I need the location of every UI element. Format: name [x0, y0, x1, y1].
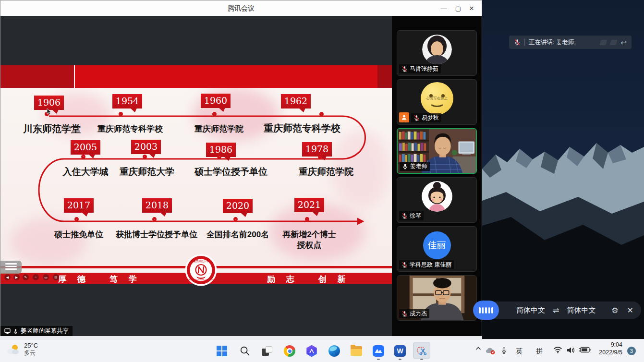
motto-left: 厚 德 笃 学 [58, 274, 141, 285]
svg-text:重庆师范大学: 重庆师范大学 [193, 260, 209, 263]
avatar-smiley: 心情写在脸上 [421, 82, 453, 115]
desktop-wallpaper [482, 0, 644, 339]
mic-muted-icon [413, 115, 420, 121]
timeline-label: 入住大学城 [63, 166, 109, 178]
title-bar[interactable]: 腾讯会议 — ▢ ✕ [0, 0, 482, 16]
rect-tool-button[interactable]: ▭ [43, 274, 49, 280]
prev-slide-button[interactable]: ◀ [4, 274, 11, 280]
tencent-meeting-icon[interactable] [372, 345, 385, 357]
participant-tile[interactable]: 成力杰 [397, 275, 477, 321]
chrome-icon[interactable] [283, 345, 296, 357]
pen-tool-button[interactable]: ✎ [23, 274, 29, 280]
running-indicator [399, 359, 401, 360]
maximize-button[interactable]: ▢ [452, 4, 464, 13]
battery-charging-icon[interactable] [579, 347, 591, 353]
mic-icon [13, 328, 18, 334]
year-flag: 2018 [142, 198, 172, 213]
voice-activity-button[interactable] [473, 301, 499, 320]
translator-bar[interactable]: 简体中文 ⇌ 简体中文 ⚙ ✕ [482, 302, 641, 319]
person-icon [401, 114, 407, 121]
clock-widget[interactable]: 9:04 2022/9/5 [594, 341, 622, 356]
close-button[interactable]: ✕ [465, 4, 478, 13]
motto-right: 励 志 创 新 [267, 274, 350, 285]
name-badge: 马哲张静茹 [399, 64, 441, 73]
participant-tile[interactable]: 佳丽 学科思政 康佳丽 [397, 226, 477, 272]
search-button[interactable] [239, 345, 251, 357]
presenter-menu-button[interactable] [0, 261, 22, 274]
next-slide-button[interactable]: ▶ [13, 274, 20, 280]
start-button[interactable] [216, 345, 228, 357]
timeline-label: 重庆师范学院 [299, 166, 353, 178]
year-flag: 2020 [223, 199, 253, 213]
weather-condition: 多云 [24, 350, 38, 357]
taskbar: 25°C 多云 W [0, 339, 644, 362]
participant-tile-active[interactable]: 姜老师 [397, 128, 477, 174]
source-language[interactable]: 简体中文 [516, 306, 545, 315]
participant-name: 姜老师 [410, 162, 427, 170]
swap-language-icon[interactable]: ⇌ [553, 306, 559, 315]
avatar-caption: 心情写在脸上 [421, 96, 453, 101]
screen: 正在讲话: 姜老师; ↩ 腾讯会议 — ▢ ✕ [0, 0, 644, 362]
task-view-button[interactable] [261, 345, 273, 357]
minimize-button[interactable]: — [437, 4, 450, 13]
peak-glyph [307, 347, 316, 355]
cloud-sync-error-icon[interactable] [485, 347, 496, 355]
shared-screen: 1906 1954 1960 1962 川东师范学堂 重庆师范专科学校 重庆师范… [0, 16, 392, 336]
tray-time: 9:04 [594, 341, 622, 349]
timeline-dot [233, 217, 238, 221]
ime-pinyin-indicator[interactable]: 拼 [536, 347, 543, 356]
mic-muted-icon [514, 39, 521, 46]
year-flag: 2017 [64, 198, 94, 213]
timeline-label: 硕士推免单位 [54, 229, 103, 240]
notes-tool-button[interactable]: ⊟ [53, 274, 59, 280]
window-title: 腾讯会议 [0, 4, 482, 13]
target-language[interactable]: 简体中文 [567, 306, 595, 315]
gear-icon[interactable]: ⚙ [611, 306, 618, 315]
slide-header-bar [0, 65, 392, 88]
file-explorer-icon[interactable] [350, 345, 363, 357]
year-flag: 2005 [71, 140, 100, 155]
slide-header-divider [74, 65, 75, 88]
share-tool-icon[interactable] [610, 40, 618, 45]
timeline-dot [119, 112, 123, 116]
mic-muted-icon [401, 262, 408, 268]
laser-tool-button[interactable]: ⁘ [33, 274, 39, 280]
monitor-icon [4, 328, 11, 334]
timeline-dot [217, 155, 221, 159]
speaking-text: 正在讲话: 姜老师; [529, 38, 596, 47]
share-tool-icon[interactable] [600, 40, 608, 45]
notification-badge[interactable]: 3 [627, 347, 636, 355]
timeline-label: 川东师范学堂 [23, 122, 81, 135]
timeline-dot [81, 155, 85, 159]
avatar-photo [422, 35, 452, 64]
year-flag: 1960 [201, 94, 231, 108]
weather-widget[interactable]: 25°C 多云 [6, 342, 38, 357]
name-badge: 徐琴 [399, 211, 424, 220]
participant-tile[interactable]: 心情写在脸上 易梦秋 [397, 79, 477, 125]
close-icon[interactable]: ✕ [627, 306, 633, 315]
word-icon[interactable]: W [394, 345, 406, 357]
speaker-icon[interactable] [567, 347, 575, 354]
participant-tile[interactable]: 徐琴 [397, 177, 477, 223]
weather-icon [6, 343, 20, 356]
timeline-label: 全国排名前200名 [207, 229, 269, 240]
tray-mic-icon[interactable] [501, 347, 507, 355]
speaking-banner[interactable]: 正在讲话: 姜老师; ↩ [509, 36, 632, 49]
wifi-icon[interactable] [553, 347, 562, 353]
ime-latin-indicator[interactable]: 英 [516, 347, 522, 356]
share-label-text: 姜老师的屏幕共享 [21, 327, 69, 335]
scissors-icon [416, 345, 427, 356]
hexagon-app-icon[interactable] [305, 345, 318, 357]
running-indicator [420, 359, 423, 360]
year-flag: 2003 [131, 140, 161, 154]
participant-tile[interactable]: 马哲张静茹 [397, 30, 477, 76]
snip-tool-active[interactable] [413, 342, 430, 359]
timeline-dot [152, 217, 157, 221]
timeline-dot [319, 112, 324, 116]
timeline-label: 重庆师范专科学校 [97, 123, 163, 134]
decor-blob [10, 217, 87, 265]
edge-icon[interactable] [328, 345, 340, 357]
reply-arrow-icon[interactable]: ↩ [620, 39, 627, 46]
tray-expand-chevron[interactable] [475, 347, 481, 350]
name-badge: 成力杰 [399, 309, 429, 318]
